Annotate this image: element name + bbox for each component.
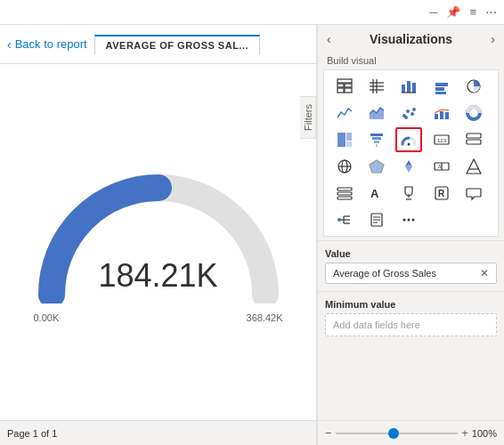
report-header: ‹ Back to report AVERAGE OF GROSS SAL...: [0, 25, 316, 64]
divider-2: [318, 291, 504, 292]
svg-rect-2: [345, 84, 352, 87]
viz-column-chart-icon[interactable]: [428, 74, 455, 99]
viz-icons-grid: 123 Δ: [323, 69, 499, 237]
svg-rect-52: [337, 188, 352, 190]
build-visual-label: Build visual: [318, 53, 504, 69]
viz-azure-map-icon[interactable]: [395, 154, 422, 179]
svg-point-65: [337, 218, 341, 222]
svg-rect-40: [467, 140, 481, 144]
svg-point-23: [404, 116, 408, 119]
zoom-level-label: 100%: [472, 428, 497, 439]
svg-rect-30: [346, 133, 352, 141]
viz-table-icon[interactable]: [331, 74, 358, 99]
svg-point-72: [412, 219, 415, 222]
svg-rect-0: [337, 79, 352, 83]
filters-tab[interactable]: Filters: [300, 96, 316, 139]
viz-decomp-tree-icon[interactable]: [331, 207, 358, 232]
visualizations-panel: ‹ Visualizations › Build visual: [317, 25, 504, 445]
top-bar: ─ 📌 ≡ ⋯: [0, 0, 504, 25]
svg-rect-11: [407, 81, 411, 93]
svg-marker-44: [370, 160, 384, 173]
min-value-section: Minimum value Add data fields here: [318, 295, 504, 340]
panel-next-button[interactable]: ›: [491, 32, 495, 46]
panel-prev-button[interactable]: ‹: [327, 32, 331, 46]
viz-map-icon[interactable]: [331, 154, 358, 179]
viz-funnel-icon[interactable]: [363, 127, 390, 152]
main-layout: ‹ Back to report AVERAGE OF GROSS SAL...…: [0, 25, 504, 445]
viz-r-script-icon[interactable]: R: [428, 181, 455, 206]
svg-rect-14: [435, 83, 448, 86]
report-title-tab[interactable]: AVERAGE OF GROSS SAL...: [94, 35, 260, 54]
gauge-labels: 0.00K 368.42K: [34, 312, 283, 323]
svg-text:Δ: Δ: [438, 164, 442, 169]
viz-donut-chart-icon[interactable]: [460, 101, 487, 125]
viz-more-icon[interactable]: [395, 207, 422, 232]
value-section: Value Average of Gross Sales ✕: [318, 245, 504, 287]
zoom-bar: − + 100%: [318, 420, 504, 445]
min-value-placeholder[interactable]: Add data fields here: [325, 313, 497, 336]
svg-rect-10: [402, 85, 405, 93]
svg-rect-32: [370, 134, 383, 136]
svg-rect-24: [435, 114, 438, 119]
viz-line-chart-icon[interactable]: [331, 101, 358, 125]
viz-slicer-icon[interactable]: [331, 181, 358, 206]
remove-value-field-button[interactable]: ✕: [480, 267, 489, 279]
svg-point-20: [406, 109, 410, 113]
value-field-pill[interactable]: Average of Gross Sales ✕: [325, 263, 497, 284]
viz-python-icon[interactable]: [460, 154, 487, 179]
back-to-report-label: Back to report: [15, 37, 87, 51]
zoom-plus-button[interactable]: +: [461, 426, 468, 440]
gauge-min-label: 0.00K: [34, 312, 60, 323]
viz-combo-chart-icon[interactable]: [428, 101, 455, 125]
viz-bar-chart-icon[interactable]: [395, 74, 422, 99]
page-label: Page 1 of 1: [7, 428, 57, 439]
svg-point-71: [408, 219, 411, 222]
svg-point-22: [412, 108, 416, 111]
svg-rect-15: [435, 87, 444, 91]
viz-scatter-chart-icon[interactable]: [395, 101, 422, 125]
filters-label: Filters: [303, 104, 313, 131]
viz-trophy-icon[interactable]: [395, 181, 422, 206]
drag-handle-icon: ─: [429, 5, 437, 19]
divider-1: [318, 240, 504, 241]
viz-pie-chart-icon[interactable]: [460, 74, 487, 99]
zoom-slider[interactable]: [336, 433, 459, 434]
viz-filled-map-icon[interactable]: [363, 154, 390, 179]
viz-smart-narrative-icon[interactable]: [460, 181, 487, 206]
svg-rect-26: [445, 112, 449, 119]
svg-rect-29: [337, 133, 345, 147]
viz-card-icon[interactable]: 123: [428, 127, 455, 152]
svg-rect-35: [376, 144, 378, 147]
menu-icon[interactable]: ≡: [469, 5, 476, 19]
svg-rect-54: [337, 197, 352, 199]
svg-rect-34: [374, 141, 379, 143]
viz-gauge-icon active[interactable]: [395, 127, 422, 152]
value-label: Value: [325, 248, 497, 259]
viz-multirow-card-icon[interactable]: [460, 127, 487, 152]
svg-rect-4: [345, 88, 352, 93]
svg-marker-50: [467, 159, 481, 174]
svg-rect-16: [435, 92, 446, 94]
viz-paginated-icon[interactable]: [363, 207, 390, 232]
gauge-value: 184.21K: [98, 257, 217, 295]
svg-point-21: [411, 112, 414, 116]
svg-rect-1: [337, 84, 344, 87]
svg-rect-39: [467, 134, 481, 138]
panel-title: Visualizations: [370, 32, 452, 46]
svg-text:R: R: [438, 189, 445, 198]
report-tab-title: AVERAGE OF GROSS SAL...: [106, 40, 248, 51]
back-to-report-button[interactable]: ‹ Back to report: [7, 37, 87, 52]
chart-area: 184.21K 0.00K 368.42K: [0, 64, 316, 420]
viz-area-chart-icon[interactable]: [363, 101, 390, 125]
viz-scroll-area: 123 Δ: [318, 69, 504, 420]
viz-kpi-icon[interactable]: Δ: [428, 154, 455, 179]
pin-icon[interactable]: 📌: [446, 5, 460, 19]
viz-treemap-icon[interactable]: [331, 127, 358, 152]
zoom-minus-button[interactable]: −: [325, 426, 332, 440]
more-options-icon[interactable]: ⋯: [485, 5, 497, 19]
viz-text-icon[interactable]: A: [363, 181, 390, 206]
report-area: ‹ Back to report AVERAGE OF GROSS SAL...…: [0, 25, 317, 445]
viz-matrix-icon[interactable]: [363, 74, 390, 99]
svg-rect-25: [440, 111, 443, 119]
svg-text:A: A: [370, 187, 379, 200]
